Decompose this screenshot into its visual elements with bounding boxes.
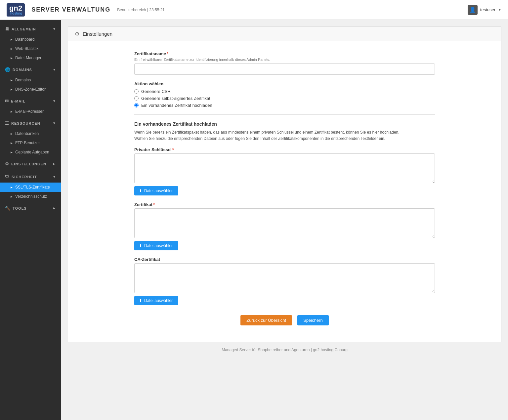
ca-zertifikat-upload-button[interactable]: ⬆ Datei auswählen	[134, 296, 178, 305]
main-content: ⚙ Einstellungen Zertifikatsname* Ein fre…	[61, 20, 508, 420]
sidebar-item-datei-manager[interactable]: ► Datei-Manager	[0, 53, 61, 63]
chevron-icon: ►	[10, 78, 13, 82]
required-marker: *	[167, 51, 168, 56]
chevron-down-icon: ▼	[53, 99, 56, 103]
sidebar-item-email-adressen[interactable]: ► E-Mail-Adressen	[0, 107, 61, 116]
form-group-zertifikat: Zertifikat* ⬆ Datei auswählen	[134, 202, 435, 250]
upload-description: Wenn Sie bereits ein Zertifikatspaket ha…	[134, 129, 435, 142]
radio-group-aktion: Generiere CSR Generiere selbst-signierte…	[134, 89, 435, 108]
sidebar-section-header-ressourcen[interactable]: ☰RESSOURCEN ▼	[0, 117, 61, 129]
radio-input-selbst[interactable]	[134, 96, 139, 101]
form-group-ca-zertifikat: CA-Zertifikat ⬆ Datei auswählen	[134, 257, 435, 305]
form-group-zertifikatsname: Zertifikatsname* Ein frei wählbarer Zert…	[134, 51, 435, 75]
zertifikat-textarea[interactable]	[134, 208, 435, 238]
layout: 🖶ALLGEMEIN ▼ ► Dashboard ► Web-Statistik…	[0, 20, 508, 420]
header: gn2hosting SERVER VERWALTUNG Benutzerber…	[0, 0, 508, 20]
sidebar-section-header-tools[interactable]: 🔨TOOLS ►	[0, 202, 61, 214]
sidebar-item-dashboard[interactable]: ► Dashboard	[0, 35, 61, 44]
radio-input-hochladen[interactable]	[134, 103, 139, 107]
logo-gn2-text: gn2hosting	[7, 3, 25, 17]
radio-generiere-selbst[interactable]: Generiere selbst-signiertes Zertifikat	[134, 96, 435, 101]
sidebar-item-geplante-aufgaben[interactable]: ► Geplante Aufgaben	[0, 147, 61, 157]
user-icon: 👤	[468, 5, 478, 15]
sidebar-item-web-statistik[interactable]: ► Web-Statistik	[0, 44, 61, 53]
sidebar-section-header-email[interactable]: ✉E-MAIL ▼	[0, 95, 61, 107]
upload-title: Ein vorhandenes Zertifikat hochladen	[134, 121, 435, 127]
zertifikat-upload-button[interactable]: ⬆ Datei auswählen	[134, 241, 178, 250]
monitor-icon: 🖶	[5, 26, 10, 31]
upload-icon: ⬆	[139, 298, 142, 303]
chevron-icon: ►	[10, 150, 13, 154]
sidebar-item-ssl-tls[interactable]: ► SSL/TLS-Zertifikate	[0, 183, 61, 192]
zertifikatsname-label: Zertifikatsname*	[134, 51, 435, 56]
upload-section: Ein vorhandenes Zertifikat hochladen Wen…	[134, 121, 435, 305]
chevron-icon: ►	[10, 56, 13, 60]
shield-icon: 🛡	[5, 174, 10, 179]
sidebar-section-tools: 🔨TOOLS ►	[0, 202, 61, 214]
header-subtitle: Benutzerbereich | 23:55:21	[117, 8, 165, 12]
layers-icon: ☰	[5, 121, 9, 126]
chevron-right-icon: ►	[53, 206, 56, 210]
sidebar-item-domains[interactable]: ► Domains	[0, 75, 61, 85]
chevron-icon: ►	[10, 88, 13, 91]
sidebar-item-verzeichnisschutz[interactable]: ► Verzeichnisschutz	[0, 192, 61, 201]
sidebar-section-sicherheit: 🛡SICHERHEIT ▼ ► SSL/TLS-Zertifikate ► Ve…	[0, 171, 61, 201]
zertifikat-label: Zertifikat*	[134, 202, 435, 207]
upload-icon: ⬆	[139, 189, 142, 193]
chevron-icon: ►	[10, 47, 13, 51]
upload-icon: ⬆	[139, 243, 142, 248]
privater-schluessel-textarea[interactable]	[134, 153, 435, 183]
chevron-right-icon: ►	[53, 162, 56, 166]
mail-icon: ✉	[5, 99, 9, 104]
aktion-section: Aktion wählen Generiere CSR Generiere se…	[134, 81, 435, 108]
chevron-icon: ►	[10, 195, 13, 198]
form-group-privater-schluessel: Privater Schlüssel* ⬆ Datei auswählen	[134, 147, 435, 195]
chevron-icon: ►	[10, 38, 13, 41]
globe-icon: 🌐	[5, 67, 11, 72]
radio-input-csr[interactable]	[134, 89, 139, 94]
sidebar: 🖶ALLGEMEIN ▼ ► Dashboard ► Web-Statistik…	[0, 20, 61, 420]
gear-icon: ⚙	[75, 31, 79, 37]
sidebar-section-header-allgemein[interactable]: 🖶ALLGEMEIN ▼	[0, 23, 61, 35]
ca-zertifikat-label: CA-Zertifikat	[134, 257, 435, 262]
privater-schluessel-upload-button[interactable]: ⬆ Datei auswählen	[134, 186, 178, 195]
username-label: testuser	[480, 7, 495, 12]
sidebar-section-header-einstellungen[interactable]: ⚙EINSTELLUNGEN ►	[0, 158, 61, 170]
form-actions: Zurück zur Übersicht Speichern	[134, 315, 435, 332]
chevron-down-icon: ▼	[53, 68, 56, 71]
chevron-down-icon: ▼	[53, 175, 56, 179]
chevron-icon: ►	[10, 110, 13, 113]
zertifikatsname-hint: Ein frei wählbarer Zertifikatsname zur I…	[134, 58, 435, 62]
chevron-icon: ►	[10, 186, 13, 189]
sidebar-section-ressourcen: ☰RESSOURCEN ▼ ► Datenbanken ► FTP-Benutz…	[0, 117, 61, 157]
logo: gn2hosting	[7, 3, 25, 17]
chevron-down-icon: ▼	[53, 121, 56, 125]
privater-schluessel-label: Privater Schlüssel*	[134, 147, 435, 152]
content-card: ⚙ Einstellungen Zertifikatsname* Ein fre…	[68, 26, 501, 342]
sidebar-section-domains: 🌐DOMAINS ▼ ► Domains ► DNS-Zone-Editor	[0, 64, 61, 94]
radio-hochladen[interactable]: Ein vorhandenes Zertifikat hochladen	[134, 103, 435, 108]
sidebar-section-email: ✉E-MAIL ▼ ► E-Mail-Adressen	[0, 95, 61, 116]
radio-generiere-csr[interactable]: Generiere CSR	[134, 89, 435, 94]
sidebar-section-header-sicherheit[interactable]: 🛡SICHERHEIT ▼	[0, 171, 61, 183]
form-body: Zertifikatsname* Ein frei wählbarer Zert…	[68, 41, 501, 342]
sidebar-section-header-domains[interactable]: 🌐DOMAINS ▼	[0, 64, 61, 75]
save-button[interactable]: Speichern	[297, 315, 329, 325]
user-menu[interactable]: 👤 testuser ▼	[468, 5, 501, 15]
chevron-icon: ►	[10, 132, 13, 136]
chevron-icon: ►	[10, 141, 13, 145]
sidebar-item-ftp-benutzer[interactable]: ► FTP-Benutzer	[0, 138, 61, 147]
logo-sub: hosting	[9, 12, 22, 15]
content-header: ⚙ Einstellungen	[68, 27, 501, 41]
back-button[interactable]: Zurück zur Übersicht	[240, 315, 292, 325]
page-title: Einstellungen	[83, 31, 112, 37]
required-marker: *	[172, 147, 174, 152]
sidebar-item-dns-zone-editor[interactable]: ► DNS-Zone-Editor	[0, 85, 61, 94]
sidebar-section-allgemein: 🖶ALLGEMEIN ▼ ► Dashboard ► Web-Statistik…	[0, 23, 61, 63]
required-marker: *	[153, 202, 155, 207]
sidebar-item-datenbanken[interactable]: ► Datenbanken	[0, 129, 61, 138]
header-title: SERVER VERWALTUNG	[31, 6, 110, 13]
zertifikatsname-input[interactable]	[134, 63, 435, 75]
ca-zertifikat-textarea[interactable]	[134, 263, 435, 293]
divider	[134, 114, 435, 115]
